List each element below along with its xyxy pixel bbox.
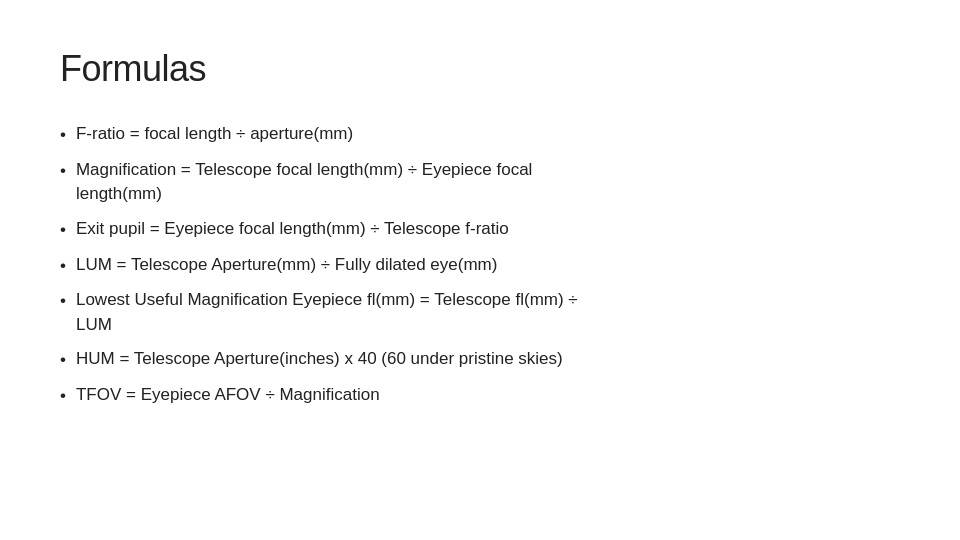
- bullet-icon: •: [60, 123, 66, 148]
- bullet-icon: •: [60, 218, 66, 243]
- bullet-icon: •: [60, 254, 66, 279]
- bullet-icon: •: [60, 289, 66, 314]
- page-title: Formulas: [60, 48, 900, 90]
- formulas-list: • F-ratio = focal length ÷ aperture(mm) …: [60, 122, 900, 409]
- formula-text: F-ratio = focal length ÷ aperture(mm): [76, 122, 353, 147]
- list-item: • HUM = Telescope Aperture(inches) x 40 …: [60, 347, 900, 373]
- formula-text: HUM = Telescope Aperture(inches) x 40 (6…: [76, 347, 563, 372]
- bullet-icon: •: [60, 348, 66, 373]
- formula-text: Magnification = Telescope focal length(m…: [76, 158, 532, 207]
- list-item: • Lowest Useful Magnification Eyepiece f…: [60, 288, 900, 337]
- list-item: • Exit pupil = Eyepiece focal length(mm)…: [60, 217, 900, 243]
- formula-text: LUM = Telescope Aperture(mm) ÷ Fully dil…: [76, 253, 497, 278]
- list-item: • TFOV = Eyepiece AFOV ÷ Magnification: [60, 383, 900, 409]
- list-item: • Magnification = Telescope focal length…: [60, 158, 900, 207]
- bullet-icon: •: [60, 159, 66, 184]
- list-item: • LUM = Telescope Aperture(mm) ÷ Fully d…: [60, 253, 900, 279]
- page-container: Formulas • F-ratio = focal length ÷ aper…: [0, 0, 960, 540]
- bullet-icon: •: [60, 384, 66, 409]
- formula-text: TFOV = Eyepiece AFOV ÷ Magnification: [76, 383, 380, 408]
- formula-text: Lowest Useful Magnification Eyepiece fl(…: [76, 288, 578, 337]
- formula-text: Exit pupil = Eyepiece focal length(mm) ÷…: [76, 217, 509, 242]
- list-item: • F-ratio = focal length ÷ aperture(mm): [60, 122, 900, 148]
